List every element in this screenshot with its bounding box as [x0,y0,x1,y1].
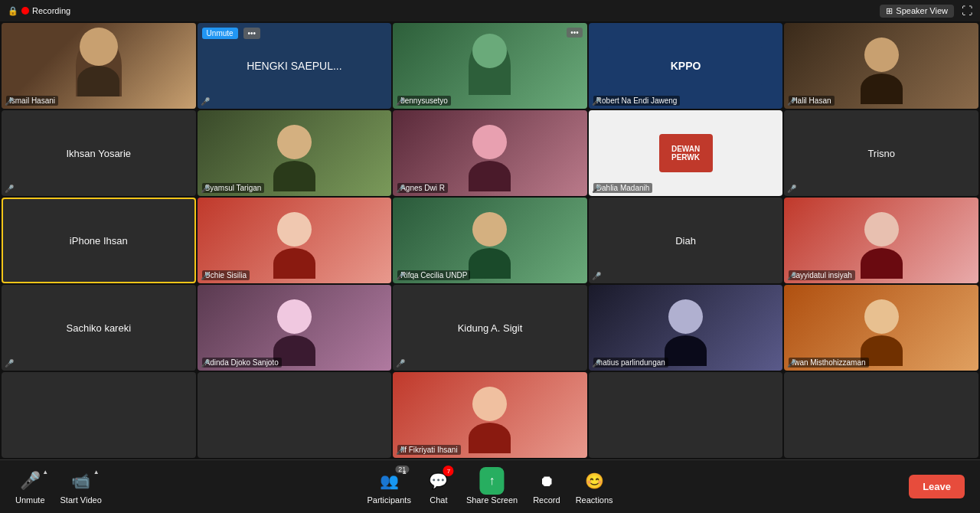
top-bar-right: ⊞ Speaker View ⛶ [880,5,972,18]
mute-icon-iwan: 🎤 [787,359,796,368]
participant-cell-adinda: Adinda Djoko Sanjoto 🎤 [198,285,392,371]
start-video-button[interactable]: 📹 ▲ Start Video [60,469,102,505]
participant-name-benny: bennysusetyo [397,96,451,106]
participant-name-dahlia: Dahlia Madanih [593,183,653,193]
participants-icon: 👥 21 ▲ [377,469,401,493]
mute-icon-dahlia: 🎤 [592,185,601,193]
mute-icon-syamsul: 🎤 [201,185,210,193]
reactions-icon: 😊 [582,469,606,493]
participant-name-diah: Diah [675,235,696,247]
participant-cell-empty3 [589,372,783,458]
participant-name-sayyidatul: sayyidatul insiyah [789,270,854,280]
mute-icon-ismail: 🎤 [5,97,14,106]
participant-name-iphone: iPhone Ihsan [70,235,128,247]
speaker-view-button[interactable]: ⊞ Speaker View [880,5,954,18]
mute-icon-uchie: 🎤 [201,272,210,280]
participants-grid: Ismail Hasani 🎤 Unmute ••• HENGKI SAEPUL… [0,21,980,459]
participant-name-syamsul: Syamsul Tarigan [202,183,265,193]
participant-cell-robert: KPPO Robert Na Endi Jaweng 🎤 [589,23,783,109]
participant-cell-agnes: Agnes Dwi R 🎤 [393,110,587,196]
participant-name-robert: Robert Na Endi Jaweng [593,96,681,106]
mute-icon-benny: 🎤 [396,97,405,106]
recording-label: Recording [32,6,70,15]
participant-cell-rifqa: Rifqa Cecilia UNDP 🎤 [393,198,587,283]
kppo-logo: KPPO [608,47,763,85]
share-screen-button[interactable]: ↑ Share Screen [466,469,518,505]
mute-icon-agnes: 🎤 [396,185,405,193]
participant-cell-sayyidatul: sayyidatul insiyah 🎤 [784,198,978,283]
participant-cell-hengki: Unmute ••• HENGKI SAEPUL... 🎤 [198,23,392,109]
mute-icon-halil: 🎤 [787,97,796,106]
bottom-toolbar: 🎤 ▲ Unmute 📹 ▲ Start Video 👥 21 ▲ Partic… [0,459,980,513]
participant-cell-dahlia: DEWANPERWK Dahlia Madanih 🎤 [589,110,783,196]
participant-name-trisno: Trisno [867,148,895,159]
participant-cell-ismail: Ismail Hasani 🎤 [2,23,196,109]
mute-icon-robert: 🎤 [592,97,601,106]
record-label: Record [533,495,560,505]
participant-cell-benny: ••• bennysusetyo 🎤 [393,23,587,109]
participant-cell-trisno: Trisno 🎤 [784,110,978,196]
mute-icon-iif: 🎤 [396,446,405,455]
participant-name-ismail: Ismail Hasani [6,96,58,106]
mute-icon-hengki: 🎤 [201,97,210,106]
participant-cell-diah: Diah 🎤 [589,198,783,283]
chat-button[interactable]: 💬 7 Chat [426,469,451,505]
mute-icon-trisno: 🎤 [787,185,796,193]
recording-indicator [21,7,29,15]
unmute-button-hengki[interactable]: Unmute [202,28,238,39]
dahlia-logo: DEWANPERWK [659,134,713,172]
more-button-hengki[interactable]: ••• [243,28,261,39]
video-chevron: ▲ [93,469,100,475]
unmute-button[interactable]: 🎤 ▲ Unmute [15,469,45,505]
participant-name-adinda: Adinda Djoko Sanjoto [202,358,282,368]
participant-cell-iif: Iif Fikriyati Ihsani 🎤 [393,372,587,458]
participant-name-ikhsan: Ikhsan Yosarie [67,148,132,159]
participant-cell-kidung: Kidung A. Sigit 🎤 [393,285,587,371]
unmute-label: Unmute [15,495,45,505]
microphone-icon: 🎤 ▲ [18,469,42,493]
mute-icon-kidung: 🎤 [396,359,405,368]
share-screen-icon: ↑ [480,469,505,493]
toolbar-right: Leave [909,475,965,498]
reactions-label: Reactions [576,495,613,505]
top-bar: 🔒 Recording ⊞ Speaker View ⛶ [0,0,980,21]
share-screen-label: Share Screen [466,495,518,505]
leave-button[interactable]: Leave [909,475,965,498]
fullscreen-button[interactable]: ⛶ [962,5,972,17]
participant-name-iif: Iif Fikriyati Ihsani [397,445,460,455]
participant-cell-matius: matius parlindungan 🎤 [589,285,783,371]
participant-name-kidung: Kidung A. Sigit [458,322,523,334]
record-icon: ⏺ [534,469,559,493]
participant-cell-iphone: iPhone Ihsan [2,198,196,283]
reactions-button[interactable]: 😊 Reactions [576,469,613,505]
participant-cell-iwan: Iwan Misthohizzaman 🎤 [784,285,978,371]
participant-cell-empty4 [784,372,978,458]
participants-chevron: ▲ [401,469,407,475]
chat-badge: 7 [443,466,454,476]
participant-cell-empty2 [198,372,392,458]
participant-cell-ikhsan: Ikhsan Yosarie 🎤 [2,110,196,196]
participant-cell-sachiko: Sachiko kareki 🎤 [2,285,196,371]
top-bar-left: 🔒 Recording [8,6,70,16]
mute-icon-diah: 🎤 [592,272,601,280]
start-video-label: Start Video [60,495,102,505]
mute-icon-sayyidatul: 🎤 [787,272,796,280]
participants-button[interactable]: 👥 21 ▲ Participants [367,469,410,505]
mute-icon-adinda: 🎤 [201,359,210,368]
participant-name-rifqa: Rifqa Cecilia UNDP [397,270,470,280]
unmute-chevron: ▲ [42,469,48,475]
toolbar-center: 👥 21 ▲ Participants 💬 7 Chat ↑ Share Scr… [367,469,612,505]
participants-label: Participants [367,495,410,505]
participant-cell-halil: Halil Hasan 🎤 [784,23,978,109]
mute-icon-matius: 🎤 [592,359,601,368]
three-dots-benny[interactable]: ••• [567,28,583,38]
participant-name-hengki: HENGKI SAEPUL... [247,60,341,72]
participant-name-matius: matius parlindungan [593,358,668,368]
participant-name-sachiko: Sachiko kareki [67,322,132,334]
chat-label: Chat [430,495,447,505]
participant-name-iwan: Iwan Misthohizzaman [789,358,868,368]
toolbar-left: 🎤 ▲ Unmute 📹 ▲ Start Video [15,469,102,505]
participant-cell-syamsul: Syamsul Tarigan 🎤 [198,110,392,196]
record-button[interactable]: ⏺ Record [533,469,560,505]
mute-icon-ikhsan: 🎤 [5,185,14,193]
